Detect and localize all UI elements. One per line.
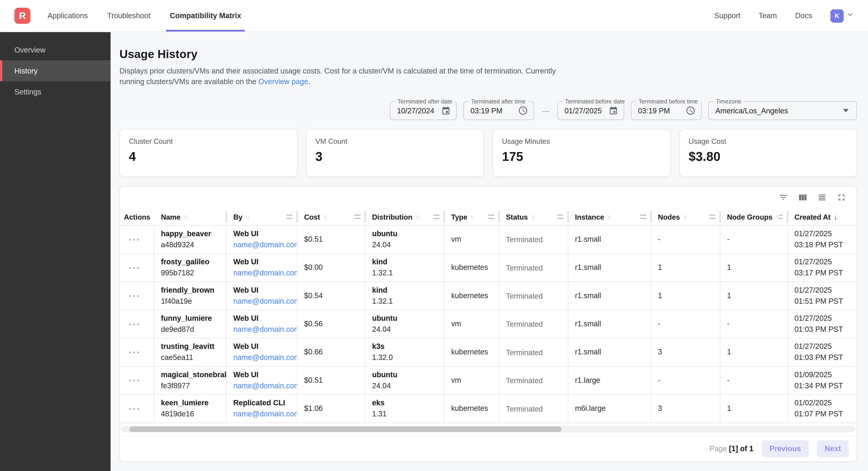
field-value: 03:19 PM xyxy=(638,107,681,115)
clock-icon[interactable] xyxy=(686,106,695,115)
column-header[interactable]: Instance ↑↓ ↓ xyxy=(568,209,651,225)
table-row[interactable]: ●●● friendly_brown 1f40a19e Web UI name@… xyxy=(120,282,857,310)
field-label: Terminated after time xyxy=(469,98,528,105)
row-actions-menu-icon[interactable]: ●●● xyxy=(128,378,141,383)
column-menu-icon[interactable] xyxy=(354,214,360,219)
created-by-email-link[interactable]: name@domain.com xyxy=(234,268,292,279)
nav-link-docs[interactable]: Docs xyxy=(795,11,812,20)
tab-troubleshoot[interactable]: Troubleshoot xyxy=(107,0,150,32)
field-label: Terminated before date xyxy=(563,98,627,105)
table-row[interactable]: ●●● frosty_galileo 995b7182 Web UI name@… xyxy=(120,254,857,282)
column-header[interactable]: Cost ↑↓ ↓ xyxy=(298,209,365,225)
filter-icon[interactable] xyxy=(778,193,788,202)
sort-arrows-icon[interactable]: ↑↓ xyxy=(323,213,327,220)
column-header[interactable]: By ↑↓ ↓ xyxy=(227,209,298,225)
terminated-after-date-field[interactable]: Terminated after date 10/27/2024 xyxy=(390,101,457,120)
timezone-select[interactable]: Timezone America/Los_Angeles xyxy=(708,101,857,120)
nav-link-team[interactable]: Team xyxy=(758,11,777,20)
nav-link-support[interactable]: Support xyxy=(714,11,741,20)
row-actions-menu-icon[interactable]: ●●● xyxy=(128,406,141,411)
sort-arrows-icon[interactable]: ↑↓ xyxy=(530,213,534,220)
table-row[interactable]: ●●● magical_stonebraker fe3f8977 Web UI … xyxy=(120,366,857,395)
cost-cell: $1.06 xyxy=(298,395,365,422)
sort-arrows-icon[interactable]: ↑↓ xyxy=(470,213,474,220)
sort-arrows-icon[interactable]: ↑↓ xyxy=(183,213,187,220)
created-at-cell: 01/27/2025 01:03 PM PST xyxy=(788,310,857,338)
sort-arrows-icon[interactable]: ↑↓ xyxy=(775,213,779,220)
table-row[interactable]: ●●● funny_lumiere de9ed87d Web UI name@d… xyxy=(120,310,857,338)
column-menu-icon[interactable] xyxy=(488,214,494,219)
created-time: 01:07 PM PST xyxy=(795,409,852,420)
terminated-after-time-field[interactable]: Terminated after time 03:19 PM xyxy=(463,101,534,120)
terminated-before-time-field[interactable]: Terminated before time 03:19 PM xyxy=(631,101,702,120)
page-title: Usage History xyxy=(119,48,857,61)
horizontal-scrollbar[interactable] xyxy=(122,426,855,433)
account-menu[interactable]: K xyxy=(831,9,854,23)
column-menu-icon[interactable] xyxy=(709,214,715,219)
column-header[interactable]: Distribution ↑↓ ↓ xyxy=(365,209,444,225)
scrollbar-thumb[interactable] xyxy=(129,426,562,432)
table-row[interactable]: ●●● happy_beaver a48d9324 Web UI name@do… xyxy=(120,226,857,254)
column-menu-icon[interactable] xyxy=(434,214,439,219)
fullscreen-icon[interactable] xyxy=(836,193,846,202)
tab-applications[interactable]: Applications xyxy=(48,0,88,32)
page-indicator: Page [1] of 1 xyxy=(710,445,753,453)
created-by-email-link[interactable]: name@domain.com xyxy=(234,296,292,307)
nodes-cell: - xyxy=(651,310,720,338)
calendar-icon[interactable] xyxy=(441,106,451,115)
created-by-email-link[interactable]: name@domain.com xyxy=(234,324,292,335)
sidebar-item-overview[interactable]: Overview xyxy=(0,39,111,60)
distribution-cell: ubuntu 24.04 xyxy=(365,366,444,394)
next-button[interactable]: Next xyxy=(817,440,849,457)
row-actions-menu-icon[interactable]: ●●● xyxy=(128,237,141,242)
sidebar-item-settings[interactable]: Settings xyxy=(0,81,111,102)
density-icon[interactable] xyxy=(817,193,827,202)
nodes-cell: 1 xyxy=(651,282,720,310)
avatar[interactable]: K xyxy=(831,9,844,23)
created-by-email-link[interactable]: name@domain.com xyxy=(234,352,292,363)
column-menu-icon[interactable] xyxy=(640,214,646,219)
created-date: 01/27/2025 xyxy=(795,285,852,296)
sort-arrows-icon[interactable]: ↑↓ xyxy=(683,213,686,220)
created-by-email-link[interactable]: name@domain.com xyxy=(234,380,292,391)
field-value: 01/27/2025 xyxy=(564,107,604,115)
column-header[interactable]: Type ↑↓ ↓ xyxy=(444,209,499,225)
sort-arrows-icon[interactable]: ↑↓ xyxy=(607,213,611,220)
column-menu-icon[interactable] xyxy=(557,214,563,219)
created-by-email-link[interactable]: name@domain.com xyxy=(234,239,292,251)
tab-compatibility-matrix[interactable]: Compatibility Matrix xyxy=(170,0,241,32)
table-body: ●●● happy_beaver a48d9324 Web UI name@do… xyxy=(120,226,857,423)
sort-desc-icon[interactable]: ↓ xyxy=(834,213,838,221)
row-actions-menu-icon[interactable]: ●●● xyxy=(128,293,141,298)
previous-button[interactable]: Previous xyxy=(762,440,809,457)
column-header[interactable]: Status ↑↓ ↓ xyxy=(499,209,568,225)
table-toolbar xyxy=(120,186,857,209)
calendar-icon[interactable] xyxy=(609,106,618,115)
sort-arrows-icon[interactable]: ↑↓ xyxy=(245,213,249,220)
column-header[interactable]: Nodes ↑↓ ↓ xyxy=(651,209,720,225)
sort-arrows-icon[interactable]: ↑↓ xyxy=(415,213,419,220)
terminated-before-date-field[interactable]: Terminated before date 01/27/2025 xyxy=(557,101,624,120)
node-groups-cell: - xyxy=(720,310,788,338)
overview-page-link[interactable]: Overview page xyxy=(258,78,308,86)
row-actions-menu-icon[interactable]: ●●● xyxy=(128,322,141,327)
row-actions-menu-icon[interactable]: ●●● xyxy=(128,350,141,355)
column-header[interactable]: Node Groups ↑↓ ↓ xyxy=(720,209,788,225)
replicated-logo[interactable]: R xyxy=(14,8,30,24)
instance-value: r1.small xyxy=(575,347,646,358)
status-cell: Terminated xyxy=(499,226,568,253)
cost-value: $0.66 xyxy=(304,347,361,358)
column-menu-icon[interactable] xyxy=(286,214,292,219)
table-row[interactable]: ●●● trusting_leavitt cae5ea11 Web UI nam… xyxy=(120,338,857,366)
column-header[interactable]: Name ↑↓ ↓ xyxy=(154,209,227,225)
distribution-version: 1.32.0 xyxy=(372,352,439,363)
column-header[interactable]: Actions ↑↓ ↓ xyxy=(120,209,154,225)
columns-icon[interactable] xyxy=(798,193,808,202)
column-header[interactable]: Created At ↑↓ ↓ xyxy=(788,209,857,225)
column-menu-icon[interactable] xyxy=(779,214,783,219)
clock-icon[interactable] xyxy=(518,106,528,115)
created-by-email-link[interactable]: name@domain.com xyxy=(234,409,292,420)
row-actions-menu-icon[interactable]: ●●● xyxy=(128,265,141,270)
table-row[interactable]: ●●● keen_lumiere 4819de16 Replicated CLI… xyxy=(120,395,857,423)
sidebar-item-history[interactable]: History xyxy=(0,60,111,81)
